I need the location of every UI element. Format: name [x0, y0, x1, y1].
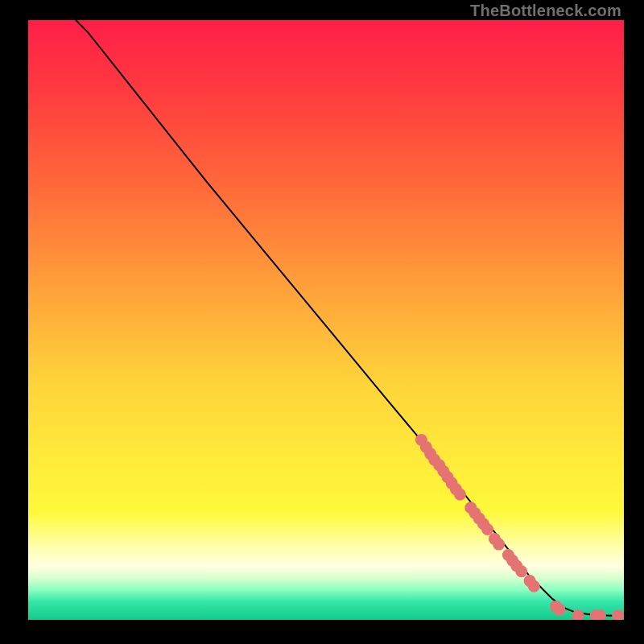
data-marker [454, 489, 466, 501]
data-marker [515, 565, 527, 577]
bottleneck-curve [76, 20, 624, 616]
data-marker [481, 523, 493, 535]
data-marker [554, 604, 566, 616]
data-marker [612, 609, 624, 620]
attribution-label: TheBottleneck.com [470, 2, 621, 20]
chart-frame: TheBottleneck.com [0, 0, 644, 644]
data-marker [493, 539, 505, 551]
data-markers-group [415, 434, 624, 620]
chart-overlay [28, 20, 624, 620]
plot-area [28, 20, 624, 620]
data-marker [528, 580, 540, 592]
